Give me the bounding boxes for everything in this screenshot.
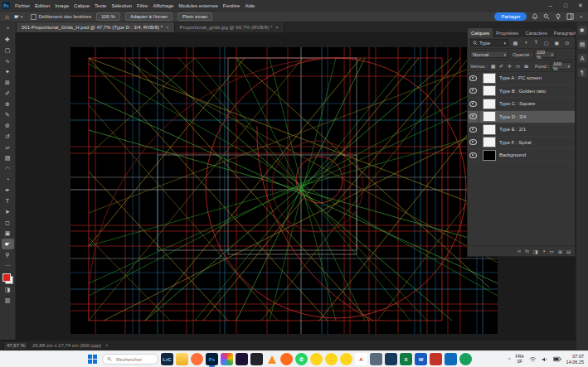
share-button[interactable]: Partager xyxy=(494,12,527,21)
lock-all-icon[interactable]: ⊠ xyxy=(522,63,530,69)
filter-type-icon[interactable]: T xyxy=(532,40,540,46)
taskbar-app-green-app[interactable] xyxy=(459,353,472,365)
eye-icon[interactable] xyxy=(469,127,477,133)
taskbar-app-acrobat[interactable]: A xyxy=(355,353,367,365)
document-canvas[interactable] xyxy=(70,47,498,334)
bell-icon[interactable] xyxy=(532,13,538,20)
crop-tool[interactable]: ⊞ xyxy=(2,77,14,88)
fit-screen-button[interactable]: Adapter à l'écran xyxy=(125,12,173,21)
layer-mask-icon[interactable]: ◨ xyxy=(533,249,538,254)
document-tab-inactive[interactable]: Proportional_grids.jpg @ 66,7% (RVB/8) *… xyxy=(175,22,284,32)
eye-icon[interactable] xyxy=(469,152,477,158)
opacity-select[interactable]: 100 % ▾ xyxy=(534,51,556,58)
cc-libraries-icon[interactable]: ✱ xyxy=(578,26,587,35)
layer-thumbnail[interactable] xyxy=(483,150,496,161)
layer-thumbnail[interactable] xyxy=(483,85,496,96)
filter-smart-object-icon[interactable]: ▣ xyxy=(553,40,561,46)
lock-artboard-icon[interactable]: ▭ xyxy=(514,63,522,69)
eraser-tool[interactable]: ▱ xyxy=(2,142,14,152)
taskbar-app-camera-app[interactable] xyxy=(250,353,263,365)
lock-transparency-icon[interactable]: ▦ xyxy=(489,63,497,69)
pen-tool[interactable]: ✒ xyxy=(2,185,14,196)
panel-tab-caract-re[interactable]: Caractère xyxy=(522,28,550,37)
toolbar-collapse-icon[interactable]: » xyxy=(0,22,17,32)
taskbar-app-lightroom-classic[interactable]: LrC xyxy=(161,353,173,365)
menu-fichier[interactable]: Fichier xyxy=(15,3,30,8)
lasso-tool[interactable]: ∿ xyxy=(2,56,14,66)
layer-row-background[interactable]: Background xyxy=(468,149,575,162)
layer-visibility-cell[interactable] xyxy=(468,123,479,136)
tab-close-icon[interactable]: × xyxy=(275,25,279,30)
tab-close-icon[interactable]: × xyxy=(166,25,169,30)
home-icon[interactable]: ⌂ xyxy=(5,13,9,21)
layer-row-type-a-pc-screen[interactable]: Type A : PC screen xyxy=(468,72,575,85)
eye-icon[interactable] xyxy=(469,88,477,94)
menu-fen-tre[interactable]: Fenêtre xyxy=(223,3,241,8)
blend-mode-select[interactable]: Normal ▾ xyxy=(470,51,508,58)
taskbar-app-navy-app[interactable] xyxy=(385,353,397,365)
layer-visibility-cell[interactable] xyxy=(468,72,479,85)
taskbar-app-yellow-app-3[interactable] xyxy=(340,353,352,365)
layer-group-icon[interactable]: ▭ xyxy=(549,249,554,254)
eye-icon[interactable] xyxy=(469,75,477,81)
menu-s-lection[interactable]: Sélection xyxy=(111,3,132,8)
menu-filtre[interactable]: Filtre xyxy=(137,3,148,8)
eye-icon[interactable] xyxy=(469,101,477,107)
shape-tool[interactable]: ◻ xyxy=(2,217,14,228)
search-icon[interactable] xyxy=(543,13,550,20)
layer-row-type-d-3-4[interactable]: Type D : 3/4 xyxy=(468,111,575,124)
close-button[interactable]: ✕ xyxy=(573,0,588,11)
taskbar-app-vlc[interactable] xyxy=(265,353,278,365)
taskbar-app-blue-app[interactable] xyxy=(445,353,457,365)
workspace-icon[interactable] xyxy=(566,13,574,20)
volume-icon[interactable] xyxy=(542,356,548,363)
filter-pin-icon[interactable]: ⊙ xyxy=(563,40,571,46)
taskbar-search[interactable] xyxy=(102,354,158,365)
battery-icon[interactable] xyxy=(553,356,561,362)
color-swatches[interactable] xyxy=(2,273,13,284)
eye-icon[interactable] xyxy=(469,139,477,145)
panel-tab-calques[interactable]: Calques xyxy=(468,28,493,37)
brush-tool[interactable]: ✎ xyxy=(2,109,14,120)
blur-tool[interactable]: ◠ xyxy=(2,163,14,174)
filter-adjustment-icon[interactable]: ◑ xyxy=(522,40,529,46)
zoom-tool[interactable]: ⚲ xyxy=(2,249,14,260)
menu-calque[interactable]: Calque xyxy=(74,3,90,8)
filter-image-icon[interactable]: ▦ xyxy=(512,40,519,46)
hand-tool[interactable]: ☛ xyxy=(2,239,14,249)
layer-thumbnail[interactable] xyxy=(483,111,496,122)
taskbar-app-orange-app[interactable] xyxy=(280,353,293,365)
character-panel-icon[interactable]: A xyxy=(578,54,587,63)
taskbar-app-excel[interactable]: X xyxy=(400,353,412,365)
zoom-100-button[interactable]: 100 % xyxy=(96,12,120,21)
wifi-icon[interactable] xyxy=(529,356,537,363)
minimize-button[interactable]: – xyxy=(543,0,558,11)
panel-tab-propri-t-s[interactable]: Propriétés xyxy=(493,28,522,37)
tray-clock[interactable]: 07:07 14.06.25 xyxy=(566,354,584,365)
layer-row-type-e-2-1[interactable]: Type E : 2/1 xyxy=(468,123,575,137)
scroll-all-windows-checkbox[interactable] xyxy=(31,14,36,20)
eye-icon[interactable] xyxy=(469,113,477,119)
clone-stamp-tool[interactable]: ⊚ xyxy=(2,120,14,131)
tray-language-indicator[interactable]: FRA SF xyxy=(516,355,524,364)
frame-tool[interactable]: ▣ xyxy=(2,228,14,239)
taskbar-app-red-app[interactable] xyxy=(430,353,442,365)
hand-tool-caret-icon[interactable]: ▾ xyxy=(21,14,23,19)
paragraph-panel-icon[interactable]: ¶ xyxy=(578,68,587,77)
delete-layer-icon[interactable]: ⊟ xyxy=(566,249,571,254)
menu-edition[interactable]: Edition xyxy=(35,3,50,8)
status-zoom-field[interactable]: 47,67 % xyxy=(3,341,28,350)
taskbar-app-photoshop[interactable]: Ps xyxy=(206,353,218,365)
type-tool[interactable]: T xyxy=(2,196,14,206)
layer-visibility-cell[interactable] xyxy=(468,137,479,149)
adjustment-layer-icon[interactable]: ◑ xyxy=(542,249,546,254)
eyedropper-tool[interactable]: ✐ xyxy=(2,88,14,99)
maximize-button[interactable]: □ xyxy=(558,0,573,11)
fill-select[interactable]: 100 % ▾ xyxy=(551,62,572,70)
lock-pixels-icon[interactable]: ✐ xyxy=(498,63,505,69)
layer-visibility-cell[interactable] xyxy=(468,149,479,162)
status-caret-icon[interactable]: > xyxy=(105,343,109,348)
menu-aide[interactable]: Aide xyxy=(245,3,255,8)
workspace-caret-icon[interactable]: ▾ xyxy=(580,14,582,19)
tray-chevron-icon[interactable]: ^ xyxy=(508,357,511,362)
